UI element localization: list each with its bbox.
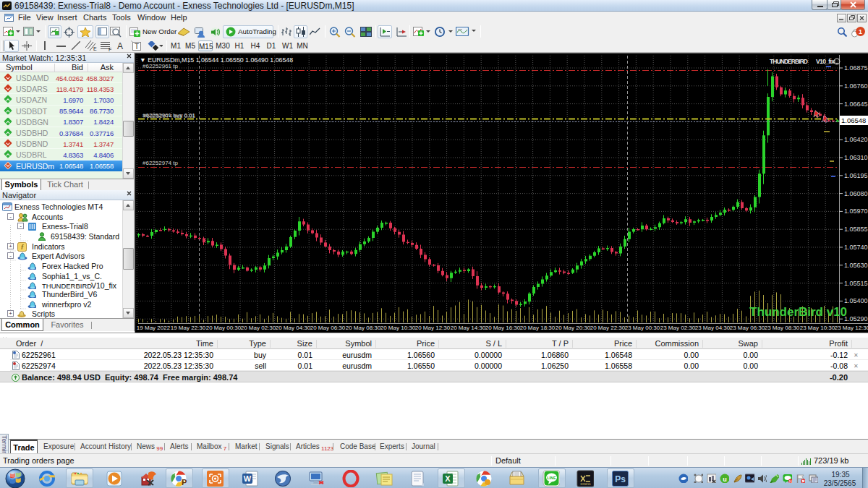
svg-text:LINE: LINE: [547, 476, 556, 480]
svg-text:1.06645: 1.06645: [844, 100, 868, 108]
svg-text:1.05740: 1.05740: [844, 244, 868, 251]
svg-text:1.05290: 1.05290: [844, 315, 868, 322]
svg-text:#62252974 tp: #62252974 tp: [142, 160, 178, 166]
svg-text:P: P: [182, 478, 187, 487]
svg-text:23 May 06:30: 23 May 06:30: [730, 325, 765, 331]
svg-text:F: F: [109, 47, 111, 51]
svg-text:ThunderBird v10: ThunderBird v10: [749, 305, 847, 319]
svg-text:Ps: Ps: [615, 474, 626, 484]
svg-text:1.06310: 1.06310: [844, 154, 868, 161]
svg-text:1.06080: 1.06080: [844, 190, 868, 197]
svg-text:T: T: [135, 43, 139, 51]
svg-text:1: 1: [859, 28, 862, 35]
svg-text:20 May 12:30: 20 May 12:30: [415, 325, 451, 331]
svg-text:19 May 22:30: 19 May 22:30: [171, 325, 206, 331]
svg-text:N: N: [789, 479, 792, 483]
svg-text:23 May 08:30: 23 May 08:30: [765, 325, 800, 331]
svg-text:23 May 02:30: 23 May 02:30: [660, 325, 696, 331]
svg-text:#62252961 tp: #62252961 tp: [142, 63, 178, 69]
svg-text:1.05400: 1.05400: [844, 297, 868, 304]
svg-text:1.05515: 1.05515: [844, 280, 868, 287]
svg-text:E: E: [93, 46, 97, 51]
svg-text:19 May 2022: 19 May 2022: [137, 325, 171, 331]
svg-text:1.05630: 1.05630: [844, 262, 868, 269]
svg-text:1.06548: 1.06548: [841, 116, 866, 124]
svg-text:1.06420: 1.06420: [844, 136, 868, 143]
svg-text:20 May 18:30: 20 May 18:30: [520, 325, 556, 331]
svg-text:1.06195: 1.06195: [844, 172, 868, 179]
svg-text:1.06875: 1.06875: [844, 64, 868, 72]
svg-text:EXNESS: EXNESS: [580, 483, 591, 486]
svg-text:V10_fix: V10_fix: [816, 58, 835, 65]
svg-text:20 May 00:30: 20 May 00:30: [206, 325, 242, 331]
svg-text:20 May 04:30: 20 May 04:30: [276, 325, 311, 331]
svg-text:23 May 00:30: 23 May 00:30: [625, 325, 660, 331]
svg-text:W: W: [244, 474, 252, 483]
svg-text:23 May 04:30: 23 May 04:30: [695, 325, 731, 331]
svg-text:1.05855: 1.05855: [844, 226, 868, 233]
svg-text:▼ EURUSDm,M15 1.06544 1.06550: ▼ EURUSDm,M15 1.06544 1.06550 1.06490 1.…: [140, 56, 293, 64]
svg-text:#62252974 sell 0.01: #62252974 sell 0.01: [143, 113, 196, 119]
svg-text:u: u: [723, 476, 727, 483]
svg-text:20 May 16:30: 20 May 16:30: [485, 325, 521, 331]
svg-text:20 May 08:30: 20 May 08:30: [346, 325, 381, 331]
svg-text:23 May 12:30: 23 May 12:30: [835, 325, 868, 331]
svg-text:THUNDERBIRD: THUNDERBIRD: [770, 58, 808, 65]
svg-text:1.05970: 1.05970: [844, 207, 868, 215]
svg-text:20 May 06:30: 20 May 06:30: [310, 325, 346, 331]
svg-text:X: X: [445, 474, 451, 483]
svg-text:20 May 20:30: 20 May 20:30: [556, 325, 591, 331]
svg-text:23 May 10:30: 23 May 10:30: [800, 325, 835, 331]
svg-text:20 May 10:30: 20 May 10:30: [380, 325, 416, 331]
svg-text:20 May 02:30: 20 May 02:30: [241, 325, 276, 331]
svg-text:1.06760: 1.06760: [844, 82, 868, 90]
svg-text:20 May 22:30: 20 May 22:30: [590, 325, 626, 331]
svg-text:20 May 14:30: 20 May 14:30: [451, 325, 486, 331]
